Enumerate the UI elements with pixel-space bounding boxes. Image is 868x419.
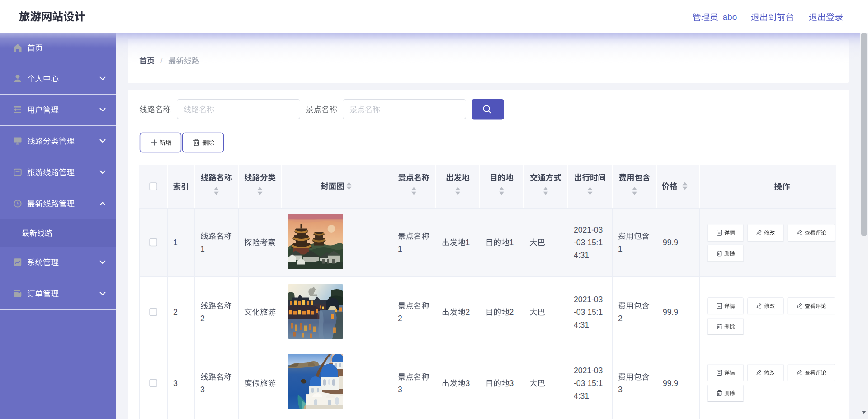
svg-text:1: 1 — [466, 238, 470, 247]
svg-text:2: 2 — [398, 314, 402, 323]
svg-text:abo: abo — [723, 12, 737, 22]
svg-text:2: 2 — [509, 308, 514, 317]
svg-text:3: 3 — [173, 379, 178, 388]
svg-text:4:31: 4:31 — [574, 251, 589, 260]
svg-text:2021-03: 2021-03 — [574, 225, 603, 234]
svg-text:1: 1 — [173, 238, 178, 247]
svg-text:2021-03: 2021-03 — [574, 295, 603, 304]
svg-text:99.9: 99.9 — [663, 379, 678, 388]
svg-text:99.9: 99.9 — [663, 308, 678, 317]
svg-text:4:31: 4:31 — [574, 320, 589, 329]
svg-text:-03 15:1: -03 15:1 — [574, 379, 603, 388]
svg-text:99.9: 99.9 — [663, 238, 678, 247]
svg-text:2021-03: 2021-03 — [574, 366, 603, 375]
svg-text:2: 2 — [618, 314, 623, 323]
svg-text:-03 15:1: -03 15:1 — [574, 238, 603, 247]
svg-text:3: 3 — [466, 379, 470, 388]
svg-text:2: 2 — [173, 308, 178, 317]
svg-text:1: 1 — [509, 238, 514, 247]
svg-text:4:31: 4:31 — [574, 391, 589, 400]
svg-text:3: 3 — [509, 379, 514, 388]
svg-text:1: 1 — [200, 244, 205, 253]
svg-text:3: 3 — [200, 385, 205, 394]
svg-text:-03 15:1: -03 15:1 — [574, 308, 603, 317]
svg-text:1: 1 — [398, 244, 402, 253]
svg-text:3: 3 — [618, 385, 623, 394]
svg-text:2: 2 — [466, 308, 470, 317]
svg-text:1: 1 — [618, 244, 623, 253]
svg-text:2: 2 — [200, 314, 205, 323]
svg-text:3: 3 — [398, 385, 402, 394]
